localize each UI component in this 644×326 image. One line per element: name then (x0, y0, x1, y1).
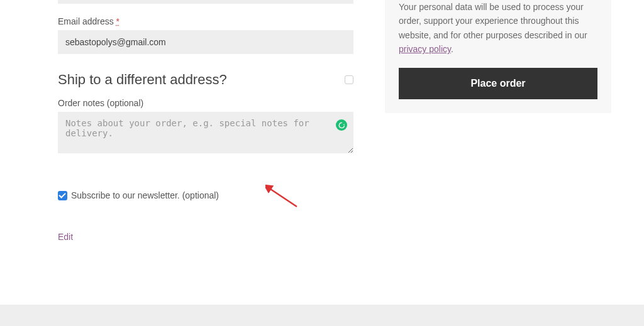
newsletter-row: Subscribe to our newsletter. (optional) (58, 190, 353, 200)
email-label: Email address * (58, 16, 353, 26)
ship-different-address-heading: Ship to a different address? (58, 72, 227, 88)
order-summary-box: Your personal data will be used to proce… (385, 0, 611, 113)
privacy-text-after: . (451, 44, 453, 54)
place-order-button[interactable]: Place order (399, 68, 597, 99)
ship-different-address-row: Ship to a different address? (58, 72, 353, 88)
email-field[interactable] (58, 30, 353, 54)
required-mark: * (116, 16, 119, 26)
page-footer (0, 305, 644, 326)
email-label-text: Email address (58, 16, 116, 26)
edit-link[interactable]: Edit (58, 232, 73, 242)
order-notes-textarea[interactable] (58, 112, 353, 153)
grammarly-icon (336, 119, 347, 131)
privacy-text: Your personal data will be used to proce… (399, 0, 597, 57)
privacy-text-before: Your personal data will be used to proce… (399, 2, 587, 40)
newsletter-label: Subscribe to our newsletter. (optional) (71, 190, 219, 200)
newsletter-checkbox[interactable] (58, 191, 67, 200)
ship-different-address-checkbox[interactable] (345, 75, 353, 84)
privacy-policy-link[interactable]: privacy policy (399, 44, 451, 54)
order-notes-label: Order notes (optional) (58, 98, 353, 108)
previous-field-stub (58, 0, 353, 4)
